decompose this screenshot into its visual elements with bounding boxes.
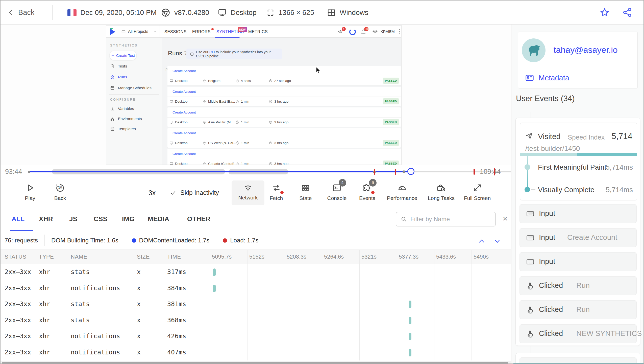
visited-event-card[interactable]: Visited Speed Index 5,714 /test-builder/… (520, 123, 637, 200)
sidebar-item-templates[interactable]: Templates (110, 127, 136, 131)
player-timeline: 93:44 109:44 (1, 165, 511, 178)
network-request-row[interactable]: 2xx–3xx xhr notifications x 426ms (1, 328, 511, 345)
run-duration: 1 min (241, 100, 249, 103)
request-time: 368ms (167, 316, 186, 324)
app-nav-errors[interactable]: ERRORS (192, 26, 213, 38)
total-time-label: 109:44 (480, 168, 501, 176)
date-label: Dec 09, 2020, 05:10 PM (80, 9, 157, 17)
tab-other[interactable]: OTHER (187, 215, 211, 223)
chrome-icon (161, 8, 170, 17)
user-event-card[interactable]: Input (519, 252, 637, 271)
back-button[interactable]: Back (8, 1, 34, 25)
run-name-link[interactable]: Create Account (172, 131, 196, 135)
run-cards-list: Create Account Desktop Belgium 4 secs 27… (167, 66, 401, 165)
sidebar-item-runs[interactable]: Runs (110, 75, 127, 79)
device-label: Desktop (231, 9, 257, 17)
app-nav-metrics[interactable]: METRICS (248, 26, 268, 38)
full-screen-button[interactable]: Full Screen (458, 181, 496, 206)
announcements-button[interactable]: 1 (338, 29, 344, 35)
tab-media[interactable]: MEDIA (148, 215, 169, 223)
horizontal-scrollbar[interactable] (1, 361, 511, 364)
panel-button-state[interactable]: State (289, 181, 322, 206)
user-event-card[interactable]: Clicked NEW SYNTHETICS (519, 324, 637, 343)
sidebar-item-environments[interactable]: Environments (110, 117, 142, 121)
network-filter-input[interactable] (410, 216, 491, 223)
jump-next-button chevron-down-icon[interactable] (493, 237, 502, 245)
panel-button-events[interactable]: 6 Events (351, 181, 384, 206)
playhead-handle[interactable] (407, 168, 414, 175)
favorite-button[interactable] (600, 7, 610, 17)
back-10s-button[interactable]: 10 Back (44, 181, 77, 206)
run-card[interactable]: Create Account Desktop Middle East (Ba..… (167, 87, 401, 106)
network-request-row[interactable]: 2xx–3xx xhr stats x 381ms (1, 296, 511, 312)
request-status: 2xx–3xx (5, 300, 31, 308)
run-name-link[interactable]: Create Account (172, 110, 196, 114)
network-filter-box[interactable] (396, 212, 496, 226)
settings-button[interactable] (372, 29, 378, 35)
run-device: Desktop (175, 141, 188, 145)
bell-count-badge: 33 (364, 27, 368, 31)
hierarchy-icon (110, 117, 115, 121)
scrollbar-thumb[interactable] (2, 362, 508, 364)
blue-dot-icon (132, 238, 136, 243)
fetch-red-dot (280, 191, 284, 194)
app-user-menu[interactable]: KRAIEM (381, 26, 395, 38)
sidebar-item-manage-schedules[interactable]: Manage Schedules (110, 86, 152, 90)
run-card[interactable]: Create Account Desktop Canada (Central) … (167, 149, 401, 165)
run-card[interactable]: Create Account Desktop Belgium 4 secs 27… (167, 66, 401, 85)
panel-button-network[interactable]: Network (232, 180, 264, 205)
sidebar-item-variables[interactable]: Variables (110, 106, 134, 111)
request-size: x (137, 332, 141, 340)
gear-icon (372, 29, 378, 35)
user-email[interactable]: tahay@asayer.io (554, 45, 618, 55)
tab-xhr[interactable]: XHR (39, 215, 53, 223)
jump-previous-button chevron-up-icon[interactable] (477, 237, 486, 245)
tab-js[interactable]: JS (69, 215, 77, 223)
panel-button-long-tasks[interactable]: Long Tasks (422, 181, 460, 206)
cli-link[interactable]: CLI (209, 50, 215, 54)
notifications-button[interactable]: 33 (360, 29, 366, 35)
metadata-button[interactable]: Metadata (525, 73, 569, 82)
skip-inactivity-toggle[interactable]: Skip Inactivity (170, 189, 219, 196)
user-event-card[interactable]: Input Create Account (519, 228, 637, 247)
run-name-link[interactable]: Create Account (172, 90, 196, 94)
info-icon (190, 52, 194, 56)
run-name-link[interactable]: Create Account (172, 69, 196, 73)
network-request-row[interactable]: 2xx–3xx xhr notifications x 407ms (1, 345, 511, 361)
timeline-track[interactable] (28, 171, 521, 172)
tab-all[interactable]: ALL (12, 215, 24, 223)
panel-button-fetch[interactable]: Fetch (260, 181, 293, 206)
project-selector[interactable]: All Projects (118, 26, 160, 38)
user-event-card[interactable]: Input (519, 204, 637, 223)
request-size: x (137, 300, 141, 308)
tab-css[interactable]: CSS (94, 215, 107, 223)
network-request-row[interactable]: 2xx–3xx xhr notifications x 384ms (1, 280, 511, 297)
speed-index-value: 5,714 (611, 131, 632, 141)
tab-img[interactable]: IMG (122, 215, 135, 223)
run-card[interactable]: Create Account Desktop US West (N. Cal..… (167, 128, 401, 148)
request-type: xhr (39, 268, 50, 276)
user-event-card[interactable]: Clicked Run (519, 276, 637, 295)
app-nav-sessions[interactable]: SESSIONS (164, 26, 187, 38)
errors-red-dot (211, 28, 214, 30)
user-event-card[interactable]: Clicked Run (519, 300, 637, 319)
play-button[interactable]: Play (14, 181, 46, 206)
speed-index-label: Speed Index (568, 133, 605, 141)
user-events-title: User Events (34) (516, 94, 575, 103)
create-test-button[interactable]: Create Test (109, 51, 137, 60)
run-location: Asia Pacific (M... (208, 120, 234, 124)
waterfall-bar (409, 333, 411, 340)
windows-icon (327, 8, 336, 17)
network-request-row[interactable]: 2xx–3xx xhr stats x 317ms (1, 264, 511, 280)
close-panel-button[interactable]: × (503, 214, 508, 223)
run-card[interactable]: Create Account Desktop Asia Pacific (M..… (167, 107, 401, 127)
kebab-menu-icon[interactable] (399, 29, 400, 34)
sidebar-item-tests[interactable]: Tests (110, 64, 127, 69)
share-button[interactable] (622, 7, 632, 17)
run-name-link[interactable]: Create Account (172, 152, 196, 156)
panel-button-console[interactable]: 4 Console (320, 181, 353, 206)
time-tick-label: 5095.7s (212, 254, 232, 260)
panel-button-performance[interactable]: Performance (383, 181, 421, 206)
network-request-row[interactable]: 2xx–3xx xhr stats x 368ms (1, 312, 511, 329)
playback-speed-button[interactable]: 3x (142, 189, 162, 197)
